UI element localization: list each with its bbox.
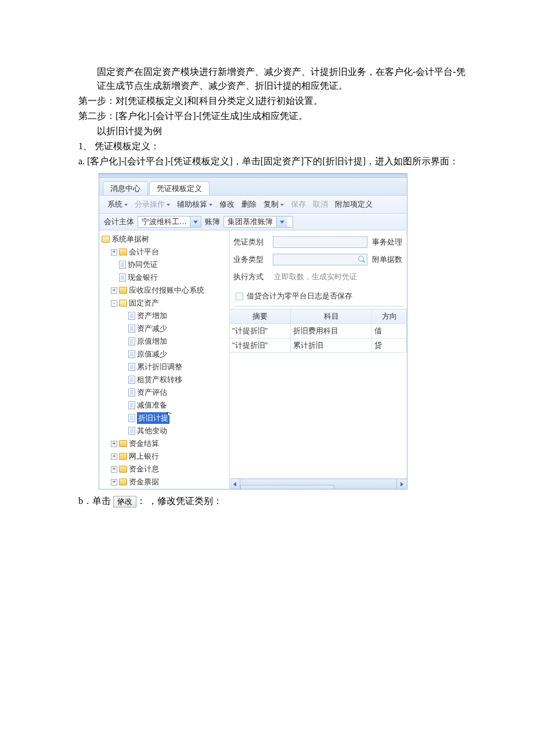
filter-row: 会计主体 宁波维科工… 账簿 集团基准账簿 <box>99 214 407 231</box>
tab-voucher-template[interactable]: 凭证模板定义 <box>149 181 210 195</box>
scroll-right-icon[interactable] <box>396 479 407 489</box>
dropdown-accounting-subject[interactable]: 宁波维科工… <box>138 216 201 228</box>
document-icon <box>119 273 126 282</box>
tree-node-fixed-assets[interactable]: - 固定资产 <box>110 297 229 309</box>
document-icon <box>128 337 135 345</box>
cell-subject: 累计折旧 <box>291 339 372 352</box>
label-zero-balance-log: 借贷合计为零平台日志是否保存 <box>247 291 352 301</box>
doc-example: 以折旧计提为例 <box>78 124 470 138</box>
tree-node-cash-bank[interactable]: 现金银行 <box>110 271 229 284</box>
menu-entry-ops: 分录操作 <box>131 198 174 211</box>
document-icon <box>128 401 135 409</box>
menu-cancel: 取消 <box>309 198 331 211</box>
expand-icon[interactable]: + <box>111 479 117 485</box>
expand-icon[interactable]: + <box>111 453 117 460</box>
chevron-down-icon[interactable] <box>190 217 201 227</box>
tree-leaf-impairment[interactable]: 减值准备 <box>119 399 229 412</box>
titlebar <box>99 174 407 178</box>
folder-icon <box>119 453 127 460</box>
doc-step2: 第二步：[客户化]-[会计平台]-[凭证生成]生成相应凭证。 <box>78 109 470 123</box>
grid-header: 摘要 科目 方向 <box>230 309 407 324</box>
document-icon <box>119 261 126 269</box>
tree-node-coop-voucher[interactable]: 协同凭证 <box>110 258 229 271</box>
app-window: 消息中心 凭证模板定义 系统 分录操作 辅助核算 修改 删除 复制 保存 取消 … <box>99 173 407 489</box>
dropdown-subject-value: 宁波维科工… <box>138 217 190 227</box>
folder-icon <box>119 478 127 485</box>
folder-open-icon <box>102 236 110 243</box>
label-transaction: 事务处理 <box>372 237 403 247</box>
tree-leaf-asset-reduce[interactable]: 资产减少 <box>119 322 229 335</box>
tree-leaf-original-reduce[interactable]: 原值减少 <box>119 348 229 361</box>
expand-icon[interactable]: + <box>111 249 117 255</box>
cell-direction: 贷 <box>372 339 407 352</box>
document-icon <box>128 376 135 384</box>
tree-leaf-lease-transfer[interactable]: 租赁产权转移 <box>119 373 229 386</box>
tree-leaf-other-change[interactable]: 其他变动 <box>119 424 229 437</box>
label-accounting-subject: 会计主体 <box>104 217 134 227</box>
horizontal-scrollbar[interactable] <box>230 478 407 489</box>
checkbox-zero-balance-log[interactable] <box>236 293 243 300</box>
tree-node-netbank[interactable]: +网上银行 <box>110 450 229 463</box>
label-exec-mode: 执行方式 <box>233 272 268 282</box>
cursor-icon <box>119 502 127 513</box>
form-panel: 凭证类别 事务处理 业务类型 附单据数 执行方式 立即取数，生成实时凭证 <box>230 231 407 489</box>
folder-icon <box>119 466 127 473</box>
search-icon[interactable] <box>358 256 366 264</box>
menu-delete[interactable]: 删除 <box>238 198 260 211</box>
tree-root[interactable]: 系统单据树 <box>100 233 229 246</box>
expand-icon[interactable]: + <box>111 466 117 473</box>
tree-leaf-depreciation-calc[interactable]: 折旧计提 <box>119 412 229 424</box>
tree-leaf-asset-add[interactable]: 资产增加 <box>119 309 229 322</box>
cell-summary: "计提折旧" <box>230 339 291 352</box>
tabs-row: 消息中心 凭证模板定义 <box>99 178 407 196</box>
label-attachment-count: 附单据数 <box>372 254 403 265</box>
doc-step-a: a. [客户化]-[会计平台]-[凭证模板定义]，单击[固定资产]下的[折旧计提… <box>78 154 470 168</box>
menu-system[interactable]: 系统 <box>104 198 131 211</box>
menu-edit[interactable]: 修改 <box>216 198 238 211</box>
input-voucher-type[interactable] <box>273 236 367 248</box>
value-exec-mode: 立即取数，生成实时凭证 <box>273 271 403 283</box>
entries-grid: 摘要 科目 方向 "计提折旧" 折旧费用科目 借 "计提折旧" 累计折旧 贷 <box>230 309 407 353</box>
document-icon <box>128 312 135 320</box>
document-icon <box>128 363 135 371</box>
chevron-down-icon[interactable] <box>276 217 287 227</box>
input-biz-type[interactable] <box>273 254 367 265</box>
tab-message-center[interactable]: 消息中心 <box>103 181 148 195</box>
scroll-thumb[interactable] <box>240 485 334 489</box>
tree-node-fund-settlement[interactable]: +资金结算 <box>110 437 229 450</box>
label-voucher-type: 凭证类别 <box>233 237 268 247</box>
grid-row[interactable]: "计提折旧" 累计折旧 贷 <box>230 339 407 353</box>
document-icon <box>128 414 135 422</box>
col-direction: 方向 <box>372 309 407 323</box>
tree-node-fund-bill[interactable]: +资金票据 <box>110 476 229 488</box>
tree-node-arap-center[interactable]: + 应收应付报账中心系统 <box>110 284 229 297</box>
folder-open-icon <box>119 300 127 307</box>
document-icon <box>128 427 135 435</box>
tree-node-credit-mgmt[interactable]: +信贷管理 <box>110 488 229 489</box>
modify-button-inline: 修改 <box>113 494 136 508</box>
tree-panel: 系统单据树 + 会计平台 协同凭证 <box>99 231 230 489</box>
cell-direction: 借 <box>372 324 407 338</box>
collapse-icon[interactable]: - <box>111 300 117 307</box>
doc-p1: 固定资产在固定资产模块进行新增资产、减少资产、计提折旧业务，在客户化-会计平台-… <box>78 65 470 93</box>
expand-icon[interactable]: + <box>111 441 117 447</box>
tree-leaf-asset-eval[interactable]: 资产评估 <box>119 386 229 399</box>
doc-num1: 1、 凭证模板定义： <box>78 139 470 153</box>
tree-leaf-dep-adjust[interactable]: 累计折旧调整 <box>119 361 229 373</box>
scroll-left-icon[interactable] <box>230 479 240 489</box>
menu-save: 保存 <box>287 198 309 211</box>
doc-step-b: b．单击 修改 ： ，修改凭证类别： <box>78 494 470 508</box>
tree-node-accounting-platform[interactable]: + 会计平台 <box>110 246 229 258</box>
expand-icon[interactable]: + <box>111 287 117 294</box>
menu-copy[interactable]: 复制 <box>260 198 287 211</box>
tree-node-fund-interest[interactable]: +资金计息 <box>110 463 229 476</box>
folder-icon <box>119 440 127 447</box>
col-subject: 科目 <box>291 309 372 323</box>
grid-row[interactable]: "计提折旧" 折旧费用科目 借 <box>230 324 407 339</box>
tree-leaf-original-add[interactable]: 原值增加 <box>119 335 229 348</box>
col-summary: 摘要 <box>230 309 291 323</box>
label-ledger: 账簿 <box>205 217 220 227</box>
menu-aux-accounting[interactable]: 辅助核算 <box>174 198 216 211</box>
dropdown-ledger[interactable]: 集团基准账簿 <box>223 216 293 228</box>
menu-extra-items[interactable]: 附加项定义 <box>331 198 376 211</box>
